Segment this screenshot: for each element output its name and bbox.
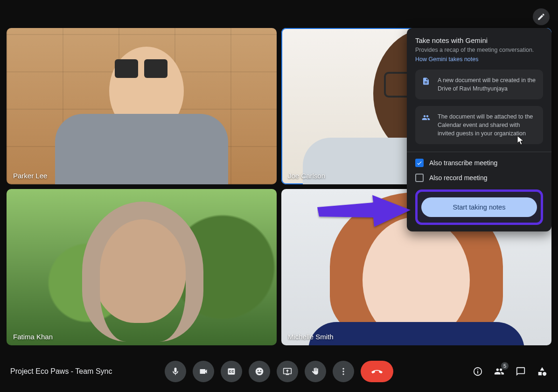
leave-call-button[interactable] (361, 361, 393, 382)
camera-icon (199, 367, 208, 376)
pencil-icon (537, 13, 545, 21)
people-icon (422, 113, 430, 122)
microphone-icon (171, 367, 180, 376)
participant-tile[interactable]: Parker Lee (7, 28, 277, 184)
how-gemini-takes-notes-link[interactable]: How Gemini takes notes (415, 56, 478, 63)
reactions-button[interactable] (249, 361, 270, 382)
more-vertical-icon (339, 367, 348, 376)
panel-subtitle: Provides a recap of the meeting conversa… (415, 46, 543, 55)
right-controls: 5 (472, 366, 548, 377)
document-icon (422, 77, 430, 85)
raise-hand-button[interactable] (305, 361, 326, 382)
meeting-title: Project Eco Paws - Team Sync (10, 367, 112, 376)
info-icon (473, 366, 483, 377)
present-screen-button[interactable] (277, 361, 298, 382)
participant-name: Michelle Smith (288, 333, 334, 341)
annotation-highlight: Start taking notes (415, 189, 543, 225)
more-options-button[interactable] (333, 361, 354, 382)
phone-hangup-icon (371, 365, 383, 378)
participant-name: Parker Lee (13, 172, 47, 180)
bottom-bar: Project Eco Paws - Team Sync (0, 351, 558, 392)
svg-point-1 (342, 368, 344, 370)
transcribe-checkbox-row[interactable]: Also transcribe meeting (415, 159, 543, 167)
meeting-details-button[interactable] (472, 366, 483, 377)
hand-icon (311, 367, 320, 376)
gemini-notes-panel: Take notes with Gemini Provides a recap … (407, 28, 551, 231)
call-controls (165, 361, 393, 382)
chat-button[interactable] (515, 366, 526, 377)
edit-button[interactable] (533, 8, 550, 25)
checkbox-icon (415, 159, 424, 167)
start-taking-notes-button[interactable]: Start taking notes (421, 197, 537, 217)
chat-icon (516, 366, 526, 377)
info-doc-shared: The document will be attached to the Cal… (415, 106, 543, 144)
participant-tile[interactable]: Fatima Khan (7, 189, 277, 345)
participant-name: Fatima Khan (13, 333, 53, 341)
captions-icon (227, 367, 236, 376)
activities-button[interactable] (537, 366, 548, 377)
shapes-icon (537, 366, 547, 377)
captions-button[interactable] (221, 361, 242, 382)
panel-title: Take notes with Gemini (415, 36, 543, 44)
people-button[interactable]: 5 (494, 366, 505, 377)
svg-point-2 (342, 371, 344, 372)
emoji-icon (255, 367, 264, 376)
people-count-badge: 5 (501, 362, 509, 370)
participant-name: Joe Carlson (288, 172, 325, 180)
svg-point-3 (342, 373, 344, 375)
camera-button[interactable] (193, 361, 214, 382)
microphone-button[interactable] (165, 361, 186, 382)
record-checkbox-row[interactable]: Also record meeting (415, 174, 543, 182)
checkbox-icon (415, 174, 424, 182)
info-doc-created: A new document will be created in the Dr… (415, 70, 543, 99)
present-icon (283, 367, 292, 376)
